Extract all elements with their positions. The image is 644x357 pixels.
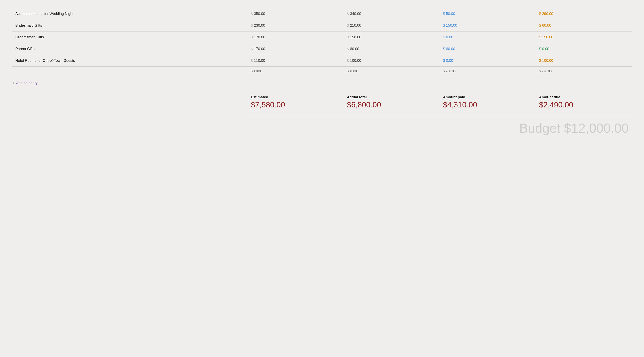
row-name: Bridesmaid Gifts <box>12 20 248 31</box>
row-estimated: $ 350.00 <box>248 8 344 20</box>
dollar-icon: $ <box>251 24 253 28</box>
subtotals-row: $ 1180.00 $ 1000.00 $ 280.00 $ 720.00 <box>12 67 632 76</box>
row-due: $ 60.00 <box>536 20 632 31</box>
add-category-button[interactable]: + Add category <box>12 76 632 92</box>
dollar-icon: $ <box>347 12 349 16</box>
row-name: Accommodations for Wedding Night <box>12 8 248 20</box>
paid-value: $4,310.00 <box>443 101 532 109</box>
row-paid: $ 0.00 <box>440 31 536 43</box>
budget-total-label: Budget $12,000.00 <box>519 121 629 135</box>
summary-paid: Amount paid $4,310.00 <box>440 93 536 111</box>
row-actual: $ 150.00 <box>344 31 440 43</box>
summary-estimated: Estimated $7,580.00 <box>248 93 344 111</box>
row-paid: $ 0.00 <box>440 55 536 67</box>
subtotals-paid: $ 280.00 <box>440 67 536 76</box>
row-name: Hotel Rooms for Out-of-Town Guests <box>12 55 248 67</box>
due-label: Amount due <box>539 95 629 99</box>
row-estimated: $ 170.00 <box>248 31 344 43</box>
estimated-value: $7,580.00 <box>251 101 340 109</box>
actual-label: Actual total <box>347 95 436 99</box>
table-row: Accommodations for Wedding Night $ 350.0… <box>12 8 632 20</box>
row-paid: $ 150.00 <box>440 20 536 31</box>
summary-section: Estimated $7,580.00 Actual total $6,800.… <box>12 93 632 111</box>
table-row: Hotel Rooms for Out-of-Town Guests $ 110… <box>12 55 632 67</box>
row-paid: $ 50.00 <box>440 8 536 20</box>
row-estimated: $ 230.00 <box>248 20 344 31</box>
subtotals-empty <box>12 67 248 76</box>
plus-icon: + <box>12 81 14 85</box>
paid-label: Amount paid <box>443 95 532 99</box>
dollar-icon: $ <box>347 35 349 39</box>
row-paid: $ 80.00 <box>440 43 536 55</box>
estimated-label: Estimated <box>251 95 340 99</box>
row-actual: $ 210.00 <box>344 20 440 31</box>
row-estimated: $ 170.00 <box>248 43 344 55</box>
subtotals-estimated: $ 1180.00 <box>248 67 344 76</box>
row-actual: $ 80.00 <box>344 43 440 55</box>
add-category-label: Add category <box>16 81 38 85</box>
table-row: Bridesmaid Gifts $ 230.00 $ 210.00 $ 150… <box>12 20 632 31</box>
dollar-icon: $ <box>347 47 349 51</box>
row-due: $ 290.00 <box>536 8 632 20</box>
subtotals-due: $ 720.00 <box>536 67 632 76</box>
dollar-icon: $ <box>347 59 349 63</box>
dollar-icon: $ <box>251 59 253 63</box>
summary-actual: Actual total $6,800.00 <box>344 93 440 111</box>
divider <box>248 116 632 116</box>
row-due: $ 150.00 <box>536 31 632 43</box>
subtotals-actual: $ 1000.00 <box>344 67 440 76</box>
summary-due: Amount due $2,490.00 <box>536 93 632 111</box>
budget-table: Accommodations for Wedding Night $ 350.0… <box>12 8 632 76</box>
actual-value: $6,800.00 <box>347 101 436 109</box>
row-due: $ 0.00 <box>536 43 632 55</box>
table-row: Groomsmen Gifts $ 170.00 $ 150.00 $ 0.00 <box>12 31 632 43</box>
due-value: $2,490.00 <box>539 101 629 109</box>
row-due: $ 100.00 <box>536 55 632 67</box>
dollar-icon: $ <box>251 35 253 39</box>
row-actual: $ 340.00 <box>344 8 440 20</box>
row-actual: $ 100.00 <box>344 55 440 67</box>
table-row: Parent Gifts $ 170.00 $ 80.00 $ 80.00 <box>12 43 632 55</box>
row-estimated: $ 110.00 <box>248 55 344 67</box>
row-name: Parent Gifts <box>12 43 248 55</box>
dollar-icon: $ <box>251 47 253 51</box>
dollar-icon: $ <box>347 24 349 28</box>
budget-total-section: Budget $12,000.00 <box>12 121 632 136</box>
row-name: Groomsmen Gifts <box>12 31 248 43</box>
dollar-icon: $ <box>251 12 253 16</box>
